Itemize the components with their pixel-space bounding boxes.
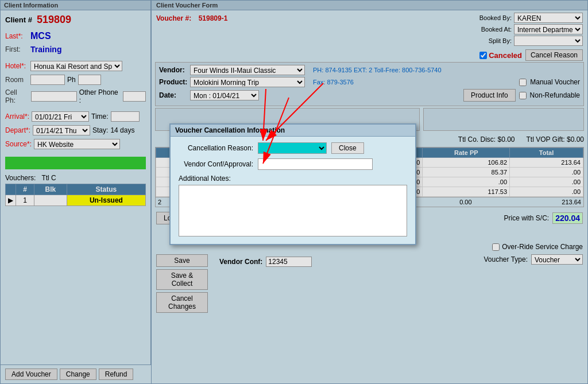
modal-body: Cancellation Reason: Close Vendor Conf/A… xyxy=(171,137,415,244)
additional-notes-textarea[interactable] xyxy=(179,185,407,236)
modal-close-button[interactable]: Close xyxy=(331,142,364,154)
cancellation-reason-row: Cancellation Reason: Close xyxy=(179,142,407,154)
modal-overlay: Voucher Cancellation Information Cancell… xyxy=(0,0,588,384)
additional-notes-label: Additional Notes: xyxy=(179,174,407,183)
vendor-conf-approval-label: Vendor Conf/Approval: xyxy=(179,160,253,168)
cancellation-reason-select[interactable] xyxy=(258,142,327,154)
cancellation-dialog: Voucher Cancellation Information Cancell… xyxy=(169,123,416,245)
vendor-conf-approval-row: Vendor Conf/Approval: xyxy=(179,158,407,170)
cancellation-reason-label: Cancellation Reason: xyxy=(179,144,253,152)
additional-notes-section: Additional Notes: xyxy=(179,174,407,238)
vendor-conf-approval-input[interactable] xyxy=(258,158,373,170)
modal-title: Voucher Cancellation Information xyxy=(171,125,415,137)
